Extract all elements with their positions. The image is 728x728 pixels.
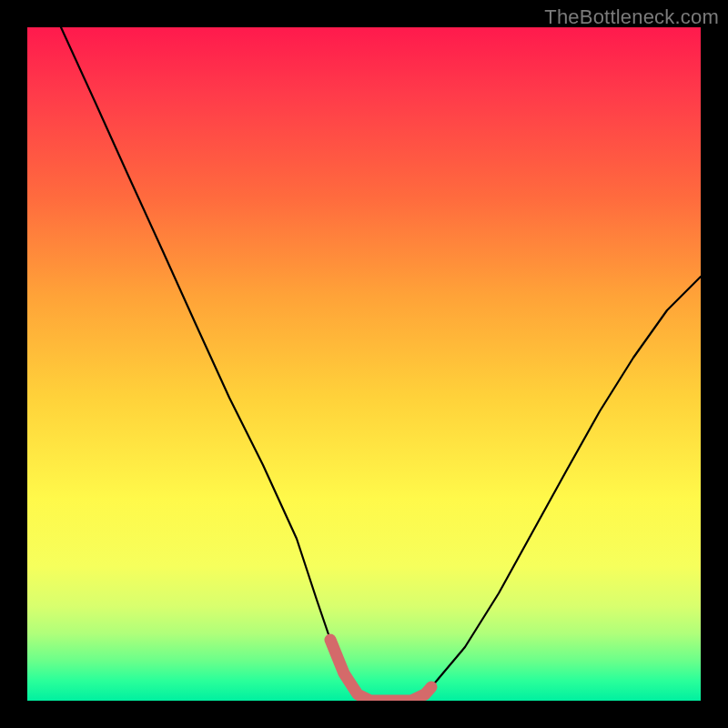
highlight-band xyxy=(330,640,431,701)
bottleneck-curve xyxy=(61,27,701,701)
watermark-text: TheBottleneck.com xyxy=(544,5,719,29)
chart-plot-area xyxy=(27,27,701,701)
chart-svg xyxy=(27,27,701,701)
chart-frame: TheBottleneck.com xyxy=(0,0,728,728)
